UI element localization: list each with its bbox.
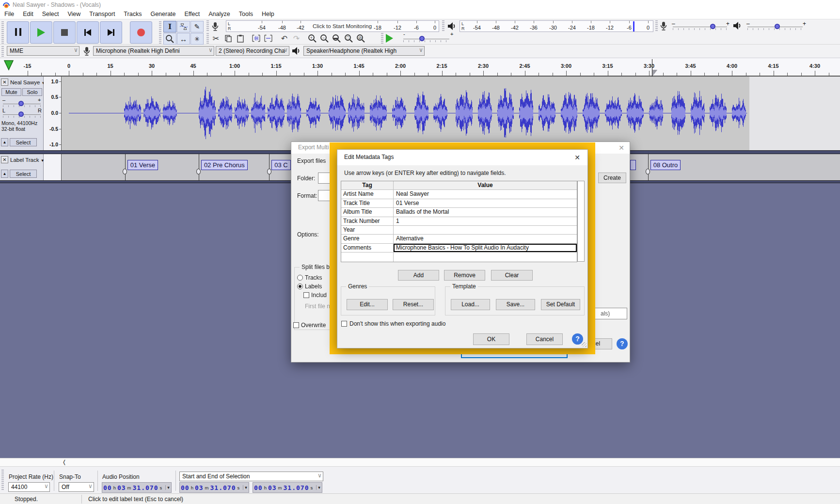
tools-toolbar-grip[interactable]: [159, 21, 161, 44]
label-track-select-button[interactable]: Select: [10, 170, 37, 178]
track-select-button[interactable]: Select: [10, 138, 37, 146]
value-column-header[interactable]: Value: [394, 181, 577, 189]
track-label[interactable]: 02 Pre Chorus: [201, 160, 248, 170]
clear-button[interactable]: Clear: [491, 270, 533, 281]
genres-reset-button[interactable]: Reset...: [393, 299, 434, 310]
template-load-button[interactable]: Load...: [451, 299, 490, 310]
split-by-tracks-radio[interactable]: [297, 275, 303, 281]
selection-end-field[interactable]: 00h03m31.070s▾: [253, 482, 322, 493]
metadata-value-cell[interactable]: [394, 252, 577, 261]
recording-device-select[interactable]: Microphone (Realtek High Defini\/: [93, 46, 214, 56]
stop-button[interactable]: [53, 21, 76, 44]
chevron-down-icon[interactable]: ▾: [316, 485, 320, 490]
metadata-tag-cell[interactable]: [341, 252, 394, 261]
track-title-menu[interactable]: Neal Sawye ▼: [10, 79, 46, 85]
record-meter-grip[interactable]: [206, 20, 209, 32]
selection-tool-button[interactable]: I: [163, 21, 176, 32]
envelope-tool-button[interactable]: [177, 21, 190, 32]
template-save-button[interactable]: Save...: [496, 299, 535, 310]
multi-tool-button[interactable]: ✳: [190, 33, 204, 45]
audio-host-select[interactable]: MME\/: [7, 46, 79, 56]
label-pill-fragment[interactable]: [630, 160, 636, 170]
skip-to-start-button[interactable]: [77, 21, 99, 44]
audio-position-field[interactable]: 00h03m31.070s▾: [102, 482, 172, 493]
template-set-default-button[interactable]: Set Default: [541, 299, 580, 310]
play-meter-grip[interactable]: [442, 20, 444, 32]
mixer-toolbar-grip[interactable]: [655, 20, 658, 32]
redo-button[interactable]: ↷: [290, 32, 302, 44]
menu-file[interactable]: File: [0, 10, 18, 18]
play-button[interactable]: [30, 21, 52, 44]
time-seconds[interactable]: 31.070: [133, 484, 158, 491]
zoom-tool-button[interactable]: [163, 33, 176, 45]
close-track-button[interactable]: ✕: [1, 79, 8, 86]
time-hours[interactable]: 00: [181, 484, 190, 491]
selection-toolbar-grip[interactable]: [1, 470, 4, 491]
metadata-value-cell[interactable]: Ballads of the Mortal: [394, 208, 577, 216]
time-seconds[interactable]: 31.070: [284, 484, 309, 491]
time-shift-tool-button[interactable]: ↔: [177, 33, 190, 45]
time-minutes[interactable]: 03: [195, 484, 204, 491]
ok-button[interactable]: OK: [473, 333, 509, 345]
track-label[interactable]: 01 Verse: [127, 160, 158, 170]
copy-button[interactable]: [222, 32, 234, 44]
menu-edit[interactable]: Edit: [18, 10, 38, 18]
zoom-toggle-button[interactable]: ⊘: [355, 32, 367, 44]
fit-project-button[interactable]: □: [343, 32, 355, 44]
cancel-button[interactable]: Cancel: [526, 333, 563, 345]
chevron-down-icon[interactable]: ▾: [243, 485, 247, 490]
play-at-speed-grip[interactable]: [381, 33, 383, 45]
skip-to-end-button[interactable]: [100, 21, 122, 44]
project-rate-select[interactable]: 44100\/: [8, 482, 50, 492]
transport-toolbar-grip[interactable]: [1, 21, 4, 44]
label-track-title-menu[interactable]: Label Track ▼: [10, 157, 45, 163]
overwrite-checkbox[interactable]: [293, 322, 299, 328]
snap-to-select[interactable]: Off\/: [59, 482, 94, 492]
time-minutes[interactable]: 03: [268, 484, 277, 491]
split-by-labels-radio[interactable]: [297, 284, 303, 289]
close-label-track-button[interactable]: ✕: [1, 156, 8, 163]
selection-start-field[interactable]: 00h03m31.070s▾: [179, 482, 249, 493]
metadata-value-cell[interactable]: Neal Sawyer: [394, 190, 577, 198]
speed-slider[interactable]: [403, 39, 449, 39]
monitoring-hint[interactable]: Click to Start Monitoring: [313, 23, 372, 29]
cut-button[interactable]: ✂: [210, 32, 222, 44]
close-icon[interactable]: ✕: [573, 153, 582, 162]
close-icon[interactable]: ✕: [617, 143, 626, 152]
playback-meter[interactable]: L R -54-48-42-36-30-24-18-12-60: [460, 20, 653, 32]
play-at-speed-button[interactable]: [386, 33, 398, 44]
menu-tools[interactable]: Tools: [235, 10, 257, 18]
trim-audio-button[interactable]: [250, 32, 262, 44]
time-hours[interactable]: 00: [103, 484, 112, 491]
menu-view[interactable]: View: [63, 10, 85, 18]
metadata-dialog-titlebar[interactable]: Edit Metadata Tags ✕: [337, 150, 587, 165]
paste-button[interactable]: [234, 32, 246, 44]
selection-mode-select[interactable]: Start and End of Selection\/: [179, 472, 323, 481]
metadata-value-cell[interactable]: Microphone Basics - How To Split Audio I…: [394, 244, 577, 252]
create-button[interactable]: Create: [598, 173, 626, 183]
solo-button[interactable]: Solo: [22, 88, 42, 96]
metadata-tag-cell[interactable]: Track Number: [341, 217, 394, 225]
menu-transport[interactable]: Transport: [85, 10, 119, 18]
metadata-value-cell[interactable]: 01 Verse: [394, 199, 577, 207]
device-toolbar-grip[interactable]: [1, 46, 4, 57]
metadata-tag-cell[interactable]: Artist Name: [341, 190, 394, 198]
menu-analyze[interactable]: Analyze: [204, 10, 234, 18]
draw-tool-button[interactable]: ✎: [190, 21, 204, 32]
export-help-button[interactable]: ?: [617, 338, 628, 349]
menu-help[interactable]: Help: [257, 10, 279, 18]
recording-meter[interactable]: L R Click to Start Monitoring -54-48-42-…: [226, 20, 439, 32]
recording-channels-select[interactable]: 2 (Stereo) Recording Cha\/: [216, 46, 289, 56]
silence-audio-button[interactable]: [262, 32, 274, 44]
time-minutes[interactable]: 03: [117, 484, 126, 491]
collapse-track-button[interactable]: ▲: [1, 138, 8, 146]
record-volume-slider[interactable]: [673, 27, 727, 27]
track-label[interactable]: 08 Outro: [650, 160, 681, 170]
waveform[interactable]: [62, 77, 749, 150]
metadata-tag-cell[interactable]: Year: [341, 226, 394, 234]
horizontal-scrollbar[interactable]: ❬: [0, 458, 840, 466]
zoom-in-button[interactable]: +: [306, 32, 318, 44]
metadata-value-cell[interactable]: [394, 226, 577, 234]
pause-button[interactable]: [7, 21, 29, 44]
gain-slider-knob[interactable]: [18, 101, 24, 106]
